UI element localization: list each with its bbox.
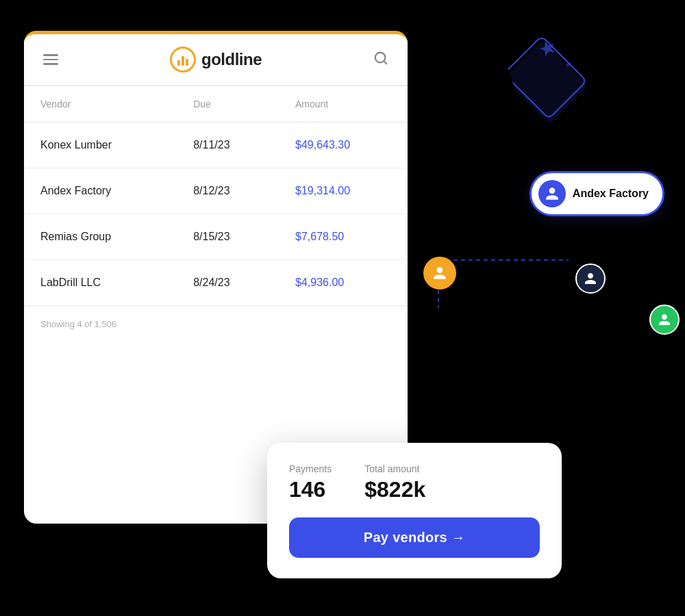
hamburger-menu-button[interactable] bbox=[43, 54, 58, 65]
table-row: LabDrill LLC 8/24/23 $4,936.00 bbox=[24, 260, 408, 306]
col-due: Due bbox=[177, 86, 279, 123]
cell-amount: $19,314.00 bbox=[279, 168, 408, 214]
stat-payments: Payments 146 bbox=[289, 463, 332, 502]
table-row: Andex Factory 8/12/23 $19,314.00 bbox=[24, 168, 408, 214]
cell-due: 8/11/23 bbox=[177, 123, 279, 168]
app-title: goldline bbox=[201, 50, 262, 69]
logo-area: goldline bbox=[170, 47, 262, 73]
vendor-avatar bbox=[538, 180, 566, 207]
cell-vendor: Konex Lumber bbox=[24, 123, 177, 168]
cell-due: 8/12/23 bbox=[177, 168, 279, 214]
cell-amount: $7,678.50 bbox=[279, 214, 408, 260]
table-body: Konex Lumber 8/11/23 $49,643.30 Andex Fa… bbox=[24, 123, 408, 306]
vendor-badge-name: Andex Factory bbox=[573, 188, 649, 200]
cell-vendor: LabDrill LLC bbox=[24, 260, 177, 306]
payments-value: 146 bbox=[289, 477, 332, 502]
pay-vendors-button[interactable]: Pay vendors → bbox=[289, 517, 540, 558]
page-root: { "app": { "title": "goldline", "header"… bbox=[0, 0, 685, 616]
vendor-table: Vendor Due Amount Konex Lumber 8/11/23 $… bbox=[24, 86, 408, 306]
payments-label: Payments bbox=[289, 463, 332, 474]
total-value: $822k bbox=[364, 477, 425, 502]
col-vendor: Vendor bbox=[24, 86, 177, 123]
avatar-yellow bbox=[423, 257, 456, 290]
vendor-badge: Andex Factory bbox=[530, 171, 664, 216]
logo-icon bbox=[170, 47, 196, 73]
col-amount: Amount bbox=[279, 86, 408, 123]
table-row: Remias Group 8/15/23 $7,678.50 bbox=[24, 214, 408, 260]
cell-amount: $49,643.30 bbox=[279, 123, 408, 168]
payment-card: Payments 146 Total amount $822k Pay vend… bbox=[267, 443, 562, 578]
payment-stats: Payments 146 Total amount $822k bbox=[289, 463, 540, 502]
stat-total: Total amount $822k bbox=[364, 463, 425, 502]
table-footer: Showing 4 of 1,506 bbox=[24, 306, 408, 342]
app-header: goldline bbox=[24, 34, 408, 86]
cell-due: 8/24/23 bbox=[177, 260, 279, 306]
sparkle-decoration bbox=[514, 34, 589, 126]
svg-line-3 bbox=[384, 61, 386, 64]
total-label: Total amount bbox=[364, 463, 425, 474]
table-row: Konex Lumber 8/11/23 $49,643.30 bbox=[24, 123, 408, 168]
cell-vendor: Andex Factory bbox=[24, 168, 177, 214]
table-header: Vendor Due Amount bbox=[24, 86, 408, 123]
avatar-green bbox=[649, 305, 680, 335]
cell-amount: $4,936.00 bbox=[279, 260, 408, 306]
avatar-dark bbox=[575, 264, 606, 294]
search-button[interactable] bbox=[373, 51, 388, 69]
cell-vendor: Remias Group bbox=[24, 214, 177, 260]
logo-bar-chart bbox=[177, 53, 188, 66]
cell-due: 8/15/23 bbox=[177, 214, 279, 260]
